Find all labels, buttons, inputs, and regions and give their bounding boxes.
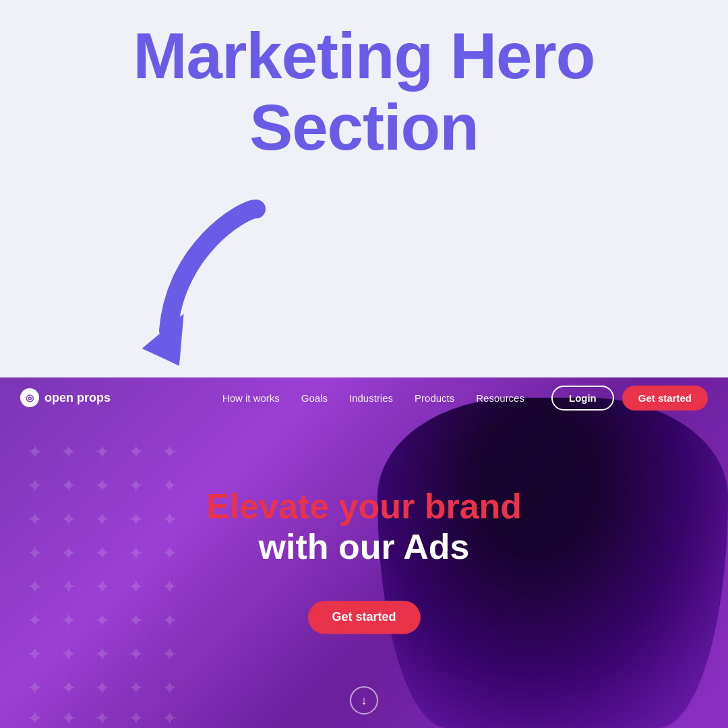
- svg-text:✦: ✦: [94, 677, 110, 698]
- svg-text:✦: ✦: [162, 677, 177, 698]
- svg-text:✦: ✦: [128, 543, 144, 564]
- annotation-title-line2: Section: [249, 91, 479, 163]
- svg-text:✦: ✦: [27, 576, 42, 597]
- annotation-arrow: [135, 195, 283, 371]
- svg-text:✦: ✦: [94, 543, 110, 564]
- svg-text:✦: ✦: [61, 610, 76, 631]
- svg-text:✦: ✦: [128, 644, 144, 665]
- svg-text:✦: ✦: [61, 509, 76, 530]
- hero-headline-line1: Elevate your brand: [206, 486, 522, 526]
- nav-links: How it works Goals Industries Products R…: [222, 392, 524, 404]
- nav-logo[interactable]: ◎ open props: [20, 388, 111, 407]
- svg-text:✦: ✦: [94, 644, 110, 665]
- svg-text:✦: ✦: [128, 442, 144, 462]
- nav-link-industries[interactable]: Industries: [349, 392, 393, 404]
- logo-symbol: ◎: [26, 392, 34, 403]
- hero-content: Elevate your brand with our Ads Get star…: [206, 486, 522, 634]
- svg-text:✦: ✦: [27, 509, 42, 530]
- navbar: ◎ open props How it works Goals Industri…: [0, 377, 728, 418]
- svg-text:✦: ✦: [94, 610, 110, 631]
- svg-text:✦: ✦: [94, 576, 110, 597]
- svg-text:✦: ✦: [128, 475, 144, 496]
- svg-text:✦: ✦: [27, 442, 42, 462]
- svg-text:✦: ✦: [61, 442, 76, 462]
- svg-text:✦: ✦: [162, 644, 177, 665]
- scroll-down-icon: ↓: [361, 694, 367, 708]
- nav-link-products[interactable]: Products: [415, 392, 454, 404]
- svg-text:✦: ✦: [94, 708, 110, 728]
- nav-link-goals[interactable]: Goals: [301, 392, 328, 404]
- svg-text:✦: ✦: [162, 509, 177, 530]
- svg-text:✦: ✦: [128, 576, 144, 597]
- svg-text:✦: ✦: [162, 475, 177, 496]
- svg-text:✦: ✦: [128, 509, 144, 530]
- svg-text:✦: ✦: [27, 610, 42, 631]
- annotation-title: Marketing Hero Section: [133, 20, 595, 162]
- logo-text: open props: [44, 391, 111, 405]
- arrow-svg: [135, 195, 283, 371]
- scroll-down-button[interactable]: ↓: [350, 686, 378, 715]
- svg-text:✦: ✦: [27, 677, 42, 698]
- svg-text:✦: ✦: [128, 610, 144, 631]
- hero-headline-line2: with our Ads: [206, 526, 522, 567]
- svg-text:✦: ✦: [27, 475, 42, 496]
- login-button[interactable]: Login: [551, 386, 614, 411]
- svg-text:✦: ✦: [162, 543, 177, 564]
- svg-text:✦: ✦: [61, 576, 76, 597]
- svg-text:✦: ✦: [61, 677, 76, 698]
- svg-text:✦: ✦: [27, 543, 42, 564]
- nav-link-resources[interactable]: Resources: [476, 392, 524, 404]
- nav-link-how-it-works[interactable]: How it works: [222, 392, 280, 404]
- svg-text:✦: ✦: [61, 644, 76, 665]
- svg-text:✦: ✦: [94, 475, 110, 496]
- svg-text:✦: ✦: [94, 509, 110, 530]
- svg-text:✦: ✦: [162, 442, 177, 462]
- svg-text:✦: ✦: [162, 610, 177, 631]
- svg-text:✦: ✦: [162, 708, 177, 728]
- svg-text:✦: ✦: [61, 475, 76, 496]
- svg-text:✦: ✦: [128, 677, 144, 698]
- website-section: ✦✦✦✦✦ ✦✦✦✦✦ ✦✦✦✦✦ ✦✦✦✦✦ ✦✦✦✦✦ ✦✦✦✦✦ ✦✦✦✦…: [0, 377, 728, 728]
- svg-text:✦: ✦: [94, 442, 110, 462]
- get-started-nav-button[interactable]: Get started: [622, 386, 708, 411]
- svg-text:✦: ✦: [61, 543, 76, 564]
- svg-text:✦: ✦: [128, 708, 144, 728]
- svg-text:✦: ✦: [27, 708, 42, 728]
- svg-text:✦: ✦: [162, 576, 177, 597]
- get-started-hero-button[interactable]: Get started: [307, 601, 420, 634]
- stars-pattern: ✦✦✦✦✦ ✦✦✦✦✦ ✦✦✦✦✦ ✦✦✦✦✦ ✦✦✦✦✦ ✦✦✦✦✦ ✦✦✦✦…: [13, 418, 189, 728]
- svg-text:✦: ✦: [61, 708, 76, 728]
- nav-actions: Login Get started: [551, 386, 708, 411]
- svg-text:✦: ✦: [27, 644, 42, 665]
- annotation-section: Marketing Hero Section: [0, 0, 728, 377]
- annotation-title-line1: Marketing Hero: [133, 20, 595, 92]
- logo-icon: ◎: [20, 388, 39, 407]
